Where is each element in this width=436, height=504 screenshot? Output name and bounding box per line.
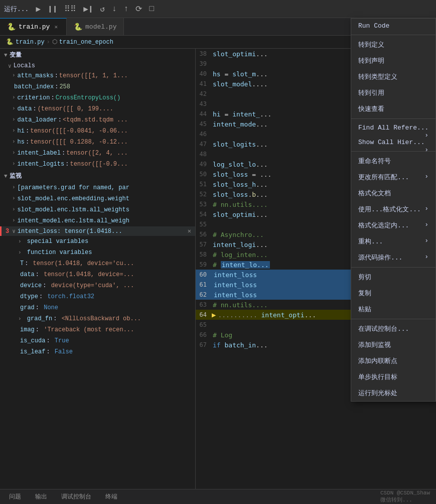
watch-text-1: [parameters.grad for named, par	[18, 183, 129, 192]
menu-div-3	[351, 151, 435, 152]
watch-item-4[interactable]: › intent_model.enc.lstm.all_weigh	[0, 215, 195, 226]
tab-close-btn[interactable]: ✕	[53, 23, 59, 31]
watch-section-header[interactable]: ▼ 监视	[0, 170, 195, 182]
menu-peek[interactable]: 快速查看	[351, 101, 435, 117]
menu-run-to-cursor[interactable]: 运行到光标处	[351, 385, 435, 401]
sub-dtype[interactable]: dtype: torch.float32	[0, 291, 195, 302]
undo-btn[interactable]: ↺	[98, 3, 107, 15]
restart-btn[interactable]: ⟳	[133, 3, 144, 15]
sub-special-vars[interactable]: › special variables	[0, 236, 195, 247]
sub-grad-fn[interactable]: › grad_fn: <NllLossBackward ob...	[0, 313, 195, 324]
menu-div-2	[351, 118, 435, 119]
pause-btn[interactable]: ❙❙	[46, 3, 59, 15]
menu-show-call-hier[interactable]: Show Call Hier...	[351, 135, 435, 150]
menu-find-all-refs[interactable]: Find All Refere...	[351, 120, 435, 135]
tab-model-py[interactable]: 🐍 model.py	[67, 18, 124, 35]
var-intent-label[interactable]: › intent_label : tensor([2, 4, ...	[0, 148, 195, 159]
var-hs[interactable]: › hs : tensor([[[ 0.1288, -0.12...	[0, 137, 195, 148]
python-icon: 🐍	[7, 23, 16, 31]
tab-train-py[interactable]: 🐍 train.py ✕	[0, 18, 67, 35]
status-tab-problems[interactable]: 问题	[6, 490, 24, 503]
menu-goto-ref[interactable]: 转到引用	[351, 85, 435, 101]
menu-cut[interactable]: 剪切	[351, 269, 435, 285]
menu-change-all[interactable]: 更改所有匹配...	[351, 169, 435, 185]
menu-format-sel[interactable]: 格式化选定内...	[351, 217, 435, 233]
main-layout: ▼ 变量 ∨ Locals › attn_masks : tensor([[1,…	[0, 49, 436, 489]
menu-format-doc[interactable]: 格式化文档	[351, 185, 435, 201]
status-tab-terminal[interactable]: 终端	[102, 490, 120, 503]
sub-T[interactable]: T: tensor(1.0418, device='cu...	[0, 258, 195, 269]
menu-rename[interactable]: 重命名符号	[351, 153, 435, 169]
var-attn-masks[interactable]: › attn_masks : tensor([[1, 1, 1...	[0, 70, 195, 81]
var-data[interactable]: › data : (tensor([[ 0, 199....	[0, 103, 195, 114]
sub-data[interactable]: data: tensor(1.0418, device=...	[0, 269, 195, 280]
python-icon2: 🐍	[74, 23, 82, 31]
menu-copy[interactable]: 复制	[351, 285, 435, 301]
menu-add-watch[interactable]: 添加到监视	[351, 337, 435, 353]
menu-format-with[interactable]: 使用...格式化文...	[351, 201, 435, 217]
stop-btn[interactable]: □	[147, 4, 156, 15]
menu-refactor[interactable]: 重构...	[351, 233, 435, 249]
sub-function-vars[interactable]: › function variables	[0, 247, 195, 258]
close-btn[interactable]: ✕	[188, 227, 191, 235]
menu-goto-type[interactable]: 转到类型定义	[351, 69, 435, 85]
watch-item-2[interactable]: › slot_model.enc.embedding.weight	[0, 193, 195, 204]
intent-loss-row[interactable]: 3 ∨ intent_loss: tensor(1.0418... ✕	[0, 226, 195, 236]
var-criterion[interactable]: › criterion : CrossEntropyLoss()	[0, 92, 195, 103]
special-vars-label: special variables	[27, 238, 88, 245]
watermark: CSDN @CSDN_Shaw	[380, 490, 430, 496]
var-hi[interactable]: › hi : tensor([[[-0.0841, -0.06...	[0, 125, 195, 137]
status-tab-output[interactable]: 输出	[32, 490, 50, 503]
menu-goto-decl[interactable]: 转到声明	[351, 53, 435, 69]
menu-div-5	[351, 319, 435, 319]
status-tabs: 问题 输出 调试控制台 终端	[6, 490, 120, 503]
sub-device[interactable]: device: device(type='cuda', ...	[0, 280, 195, 291]
status-tab-debug[interactable]: 调试控制台	[58, 490, 94, 503]
watch-item-3[interactable]: › slot_model.enc.lstm.all_weights	[0, 204, 195, 215]
watch-item-1[interactable]: › [parameters.grad for named, par	[0, 182, 195, 193]
var-batch-index[interactable]: batch_index : 258	[0, 81, 195, 92]
debug-arrow: ▶	[212, 311, 216, 319]
sub-is-cuda[interactable]: is_cuda: True	[0, 335, 195, 346]
intent-loss-badge: 3	[6, 228, 9, 235]
menu-source-action[interactable]: 源代码操作...	[351, 249, 435, 266]
watch-chevron: ▼	[4, 173, 8, 179]
menu-goto-def[interactable]: 转到定义	[351, 37, 435, 53]
watch-text-4: intent_model.enc.lstm.all_weigh	[18, 216, 129, 225]
locals-chevron: ∨	[8, 63, 12, 69]
variables-section-header[interactable]: ▼ 变量	[0, 49, 195, 61]
breadcrumb-file[interactable]: train.py	[16, 39, 45, 46]
menu-step-into-target[interactable]: 单步执行目标	[351, 369, 435, 385]
tab-train-label: train.py	[19, 23, 50, 31]
menu-debug-console[interactable]: 在调试控制台...	[351, 321, 435, 337]
var-data-loader[interactable]: › data_loader : <tqdm.std.tqdm ...	[0, 114, 195, 125]
function-vars-label: function variables	[27, 249, 92, 256]
watch-text-3: slot_model.enc.lstm.all_weights	[18, 205, 129, 214]
breadcrumb-fn[interactable]: train_one_epoch	[59, 39, 113, 46]
left-panel: ▼ 变量 ∨ Locals › attn_masks : tensor([[1,…	[0, 49, 196, 489]
menu-run-code[interactable]: Run Code	[351, 19, 435, 33]
sub-grad[interactable]: grad: None	[0, 302, 195, 313]
status-right: CSDN @CSDN_Shaw 微信转到...	[380, 490, 430, 503]
play-btn[interactable]: ▶	[34, 3, 43, 15]
step-over-btn[interactable]: ▶❙	[81, 3, 95, 15]
sub-is-leaf[interactable]: is_leaf: False	[0, 346, 195, 357]
variables-label: 变量	[10, 51, 22, 59]
toolbar: 运行... ▶ ❙❙ ⠿⠿ ▶❙ ↺ ↓ ↑ ⟳ □	[0, 0, 436, 18]
step-into-btn[interactable]: ↓	[110, 4, 119, 15]
grid-btn[interactable]: ⠿⠿	[62, 3, 78, 15]
var-intent-logits[interactable]: › intent_logits : tensor([[-0.9...	[0, 159, 195, 170]
expand-icon: ›	[12, 71, 16, 80]
menu-add-inline-bp[interactable]: 添加内联断点	[351, 353, 435, 369]
step-out-btn[interactable]: ↑	[122, 4, 131, 15]
breadcrumb-sep1: ›	[47, 39, 50, 46]
menu-paste[interactable]: 粘贴	[351, 301, 435, 317]
variables-chevron: ▼	[4, 52, 8, 58]
sub-imag[interactable]: imag: 'Traceback (most recen...	[0, 324, 195, 335]
watch-label: 监视	[10, 172, 22, 180]
intent-loss-text: intent_loss: tensor(1.0418...	[18, 228, 122, 235]
breadcrumb-icon: 🐍	[6, 38, 14, 46]
watch-text-2: slot_model.enc.embedding.weight	[18, 194, 129, 203]
locals-header[interactable]: ∨ Locals	[0, 61, 195, 70]
breadcrumb-icon2: ⬡	[52, 38, 57, 46]
